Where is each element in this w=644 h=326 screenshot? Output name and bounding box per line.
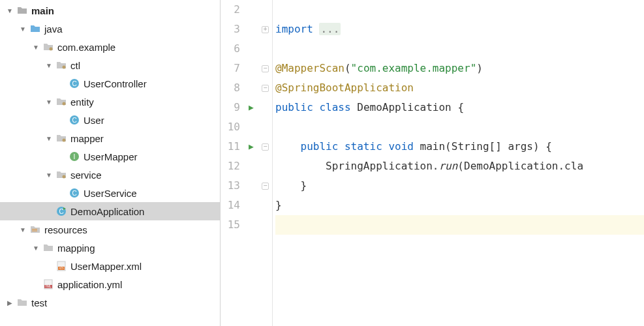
tree-item-label: com.example	[57, 42, 115, 53]
tree-item-label: test	[31, 297, 47, 308]
tree-item-label: UserController	[84, 78, 147, 89]
fold-marker-icon[interactable]: −	[262, 65, 269, 72]
tree-item-usercontroller[interactable]: ▼ C UserController	[0, 74, 220, 93]
run-gutter: ▶ ▶	[244, 0, 258, 326]
code-line[interactable]: }	[275, 176, 644, 196]
code-line[interactable]: @MapperScan("com.example.mapper")	[275, 59, 644, 78]
tree-item-service[interactable]: ▼ service	[0, 166, 220, 184]
package-icon	[56, 133, 67, 143]
folder-icon	[43, 243, 54, 253]
package-icon	[56, 60, 67, 70]
tree-item-label: User	[84, 115, 104, 126]
tree-item-label: mapping	[57, 243, 95, 254]
line-number: 11	[221, 137, 244, 156]
fold-expand-icon[interactable]: +	[262, 26, 269, 33]
svg-text:I: I	[74, 153, 76, 160]
yml-file-icon: YML	[43, 279, 54, 289]
fold-gutter: + − − − −	[258, 0, 273, 326]
code-line[interactable]: SpringApplication.run(DemoApplication.cl…	[275, 156, 644, 176]
tree-item-label: main	[31, 5, 54, 16]
code-line[interactable]: public static void main(String[] args) {	[275, 137, 644, 156]
tree-item-java[interactable]: ▼ java	[0, 20, 220, 38]
chevron-down-icon[interactable]: ▼	[44, 97, 54, 106]
code-content[interactable]: import ... @MapperScan("com.example.mapp…	[273, 0, 644, 326]
run-icon[interactable]: ▶	[249, 137, 254, 156]
tree-item-usermapper-xml[interactable]: ▼ </> UserMapper.xml	[0, 257, 220, 275]
tree-item-label: UserMapper.xml	[70, 261, 142, 272]
code-line[interactable]	[275, 0, 644, 20]
fold-marker-icon[interactable]: −	[262, 143, 269, 151]
line-number: 2	[221, 0, 244, 20]
svg-text:C: C	[72, 190, 76, 197]
tree-item-resources[interactable]: ▼ resources	[0, 220, 220, 239]
line-number: 10	[221, 117, 244, 137]
tree-item-usermapper[interactable]: ▼ I UserMapper	[0, 147, 220, 166]
chevron-down-icon[interactable]: ▼	[18, 225, 27, 234]
code-line[interactable]: }	[275, 196, 644, 215]
tree-item-label: java	[44, 23, 63, 35]
tree-item-application-yml[interactable]: ▼ YML application.yml	[0, 275, 220, 293]
line-number: 12	[221, 156, 244, 176]
class-icon: C	[69, 78, 80, 89]
tree-item-label: resources	[44, 224, 87, 235]
tree-item-label: mapper	[70, 133, 104, 144]
chevron-down-icon[interactable]: ▼	[44, 61, 54, 70]
chevron-down-icon[interactable]: ▼	[31, 243, 40, 252]
code-editor[interactable]: 2 3 6 7 8 9 10 11 12 13 14 15 ▶ ▶ + − − …	[221, 0, 644, 326]
line-number: 13	[221, 176, 244, 196]
code-line[interactable]	[275, 117, 644, 137]
chevron-down-icon[interactable]: ▼	[44, 134, 54, 143]
chevron-down-icon[interactable]: ▼	[5, 6, 14, 15]
code-line[interactable]: @SpringBootApplication	[275, 78, 644, 98]
tree-item-label: service	[70, 170, 102, 181]
tree-item-main[interactable]: ▼ main	[0, 1, 220, 20]
tree-item-label: application.yml	[57, 279, 122, 290]
tree-item-entity[interactable]: ▼ entity	[0, 93, 220, 111]
chevron-down-icon[interactable]: ▼	[31, 42, 40, 52]
resources-folder-icon	[30, 224, 40, 235]
folder-icon	[30, 23, 40, 34]
svg-point-1	[63, 66, 66, 69]
line-number: 3	[221, 20, 244, 39]
tree-item-mapping[interactable]: ▼ mapping	[0, 239, 220, 257]
folder-icon	[17, 297, 27, 308]
tree-item-label: entity	[70, 96, 94, 108]
code-line[interactable]	[275, 39, 644, 59]
runnable-class-icon: C	[56, 206, 67, 216]
tree-item-test[interactable]: ▶ test	[0, 293, 220, 312]
line-number: 6	[221, 39, 244, 59]
chevron-right-icon[interactable]: ▶	[5, 298, 14, 307]
chevron-down-icon[interactable]: ▼	[18, 24, 27, 33]
tree-item-userservice[interactable]: ▼ C UserService	[0, 184, 220, 202]
code-line[interactable]: public class DemoApplication {	[275, 98, 644, 117]
line-number: 8	[221, 78, 244, 98]
folder-icon	[17, 5, 27, 16]
svg-text:</>: </>	[59, 266, 63, 270]
tree-item-ctl[interactable]: ▼ ctl	[0, 56, 220, 74]
line-number: 9	[221, 98, 244, 117]
tree-item-label: ctl	[70, 60, 80, 71]
tree-item-demoapplication[interactable]: ▼ C DemoApplication	[0, 202, 220, 220]
tree-item-label: UserService	[84, 188, 137, 199]
svg-rect-15	[32, 229, 37, 230]
tree-item-user[interactable]: ▼ C User	[0, 111, 220, 129]
project-tree[interactable]: ▼ main ▼ java ▼ com.example ▼ ctl ▼ C Us…	[0, 0, 221, 326]
package-icon	[56, 96, 67, 107]
class-icon: C	[69, 115, 80, 125]
svg-rect-16	[32, 231, 37, 231]
tree-item-package[interactable]: ▼ com.example	[0, 38, 220, 56]
interface-icon: I	[69, 151, 80, 162]
tree-item-label: UserMapper	[84, 151, 138, 162]
svg-point-7	[63, 139, 66, 142]
tree-item-mapper[interactable]: ▼ mapper	[0, 129, 220, 147]
fold-marker-icon[interactable]: −	[262, 183, 269, 190]
fold-marker-icon[interactable]: −	[262, 85, 269, 92]
code-line[interactable]	[275, 215, 644, 235]
line-number: 14	[221, 196, 244, 215]
run-icon[interactable]: ▶	[249, 98, 254, 117]
line-number: 15	[221, 215, 244, 235]
code-line[interactable]: import ...	[275, 20, 644, 39]
package-icon	[43, 42, 54, 52]
svg-text:YML: YML	[45, 285, 52, 288]
chevron-down-icon[interactable]: ▼	[44, 170, 54, 179]
